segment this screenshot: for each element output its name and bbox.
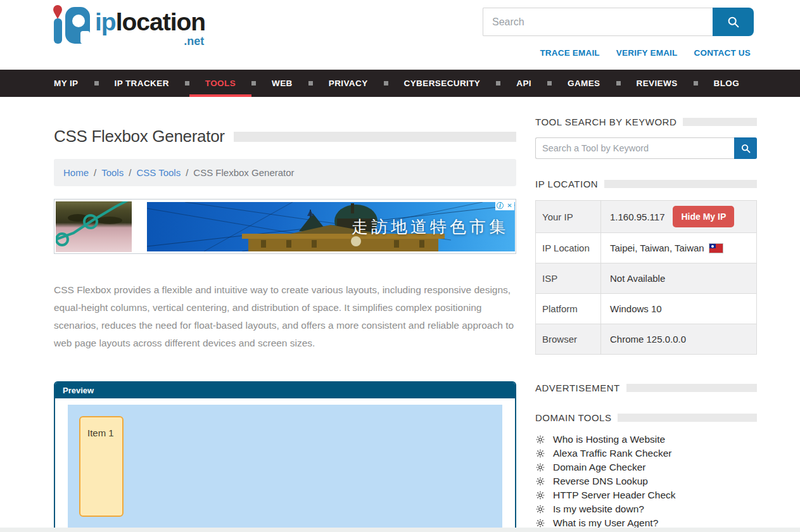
list-item[interactable]: Domain Age Checker xyxy=(535,460,757,474)
preview-panel-body: Item 1 xyxy=(55,398,515,532)
nav-item-cybersecurity[interactable]: CYBERSECURITY xyxy=(388,70,497,97)
row-label: ISP xyxy=(536,263,601,294)
table-row: Platform Windows 10 xyxy=(536,294,757,324)
nav-item-privacy[interactable]: PRIVACY xyxy=(313,70,384,97)
header-links: TRACE EMAIL VERIFY EMAIL CONTACT US xyxy=(540,48,751,58)
tool-search-heading: TOOL SEARCH BY KEYWORD xyxy=(535,117,676,127)
tool-description: CSS Flexbox provides a flexible and intu… xyxy=(54,281,516,352)
nav-item-tools[interactable]: TOOLS xyxy=(189,70,251,97)
breadcrumb-tools[interactable]: Tools xyxy=(101,167,124,178)
row-label: Browser xyxy=(536,324,601,355)
gear-icon xyxy=(535,434,545,445)
table-row: Your IP 1.160.95.117 Hide My IP xyxy=(536,201,757,233)
platform-value: Windows 10 xyxy=(601,294,757,324)
domain-tools-heading-row: DOMAIN TOOLS xyxy=(535,412,757,423)
preview-panel: Preview Item 1 xyxy=(54,381,516,532)
header-search-input[interactable] xyxy=(483,8,713,36)
table-row: IP Location Taipei, Taiwan, Taiwan xyxy=(536,233,757,263)
advertisement-heading: ADVERTISEMENT xyxy=(535,383,620,393)
tool-search-button[interactable] xyxy=(734,137,757,159)
page-title: CSS Flexbox Generator xyxy=(54,127,225,146)
breadcrumb-separator: / xyxy=(129,167,131,178)
ip-location-heading-row: IP LOCATION xyxy=(535,179,757,189)
list-item[interactable]: Alexa Traffic Rank Checker xyxy=(535,446,757,460)
heading-decorative-bar xyxy=(604,180,757,188)
ad-banner[interactable]: 走訪地道特色市集 i ✕ xyxy=(54,199,516,254)
flex-preview-item-1[interactable]: Item 1 xyxy=(79,416,124,517)
ip-location-value: Taipei, Taiwan, Taiwan xyxy=(610,243,704,253)
nav-separator xyxy=(547,81,552,86)
flex-preview-container: Item 1 xyxy=(68,405,502,529)
advertisement-heading-row: ADVERTISEMENT xyxy=(535,383,757,393)
preview-panel-header: Preview xyxy=(55,383,515,398)
ip-location-table: Your IP 1.160.95.117 Hide My IP IP Locat… xyxy=(535,200,757,355)
your-ip-value: 1.160.95.117 xyxy=(610,212,664,222)
breadcrumb-home[interactable]: Home xyxy=(63,167,89,178)
tool-link[interactable]: Is my website down? xyxy=(553,504,644,515)
heading-decorative-bar xyxy=(683,118,757,126)
nav-separator xyxy=(694,81,698,86)
header-search xyxy=(483,8,754,36)
tool-link[interactable]: Reverse DNS Lookup xyxy=(553,476,648,487)
tool-search-heading-row: TOOL SEARCH BY KEYWORD xyxy=(535,117,757,127)
logo-wordmark: iplocation .net xyxy=(95,10,205,47)
row-label: Platform xyxy=(536,294,601,324)
nav-item-my-ip[interactable]: MY IP xyxy=(54,70,94,97)
browser-value: Chrome 125.0.0.0 xyxy=(601,324,757,355)
tool-link[interactable]: Alexa Traffic Rank Checker xyxy=(553,448,672,459)
nav-item-games[interactable]: GAMES xyxy=(552,70,616,97)
list-item[interactable]: Who is Hosting a Website xyxy=(535,433,757,446)
gear-icon xyxy=(535,490,545,500)
tool-search-form xyxy=(535,137,757,159)
main-nav: MY IP IP TRACKER TOOLS WEB PRIVACY CYBER… xyxy=(0,70,800,97)
search-icon xyxy=(727,15,740,29)
isp-value: Not Available xyxy=(601,263,757,294)
title-decorative-bar xyxy=(234,132,516,142)
content: CSS Flexbox Generator Home/Tools/CSS Too… xyxy=(0,97,800,532)
nav-item-reviews[interactable]: REVIEWS xyxy=(621,70,694,97)
tool-link[interactable]: HTTP Server Header Check xyxy=(553,490,676,501)
tool-link[interactable]: Who is Hosting a Website xyxy=(553,434,665,445)
header-search-button[interactable] xyxy=(713,8,754,36)
gear-icon xyxy=(535,504,545,514)
adchoices: i ✕ xyxy=(495,201,514,210)
contact-us-link[interactable]: CONTACT US xyxy=(694,48,751,58)
logo-text-ip: ip xyxy=(95,8,116,35)
list-item[interactable]: Reverse DNS Lookup xyxy=(535,474,757,488)
nav-separator xyxy=(94,81,99,86)
table-row: Browser Chrome 125.0.0.0 xyxy=(536,324,757,355)
tool-link[interactable]: Domain Age Checker xyxy=(553,462,645,473)
nav-item-api[interactable]: API xyxy=(500,70,547,97)
trace-email-link[interactable]: TRACE EMAIL xyxy=(540,48,599,58)
breadcrumb-css-tools[interactable]: CSS Tools xyxy=(136,167,181,178)
adchoices-info-icon[interactable]: i xyxy=(495,201,505,210)
tool-search-input[interactable] xyxy=(535,137,734,159)
list-item[interactable]: Is my website down? xyxy=(535,502,757,516)
row-label: Your IP xyxy=(536,201,601,233)
table-row: ISP Not Available xyxy=(536,263,757,294)
ad-image-building: 走訪地道特色市集 xyxy=(147,202,515,251)
nav-separator xyxy=(384,81,388,86)
verify-email-link[interactable]: VERIFY EMAIL xyxy=(616,48,678,58)
nav-item-blog[interactable]: BLOG xyxy=(698,70,756,97)
domain-tools-list: Who is Hosting a Website Alexa Traffic R… xyxy=(535,433,757,530)
list-item[interactable]: HTTP Server Header Check xyxy=(535,488,757,502)
gear-icon xyxy=(535,476,545,486)
gear-icon xyxy=(535,448,545,459)
nav-separator xyxy=(496,81,500,86)
logo-text-location: location xyxy=(116,8,206,35)
hide-my-ip-button[interactable]: Hide My IP xyxy=(673,206,734,227)
search-icon xyxy=(740,143,751,154)
main-column: CSS Flexbox Generator Home/Tools/CSS Too… xyxy=(54,127,516,532)
adchoices-close-icon[interactable]: ✕ xyxy=(505,201,514,210)
domain-tools-heading: DOMAIN TOOLS xyxy=(535,412,611,423)
title-row: CSS Flexbox Generator xyxy=(54,127,516,146)
site-logo[interactable]: iplocation .net xyxy=(49,3,205,47)
nav-separator xyxy=(616,81,621,86)
page: iplocation .net TRACE EMAIL VERIFY EMAIL… xyxy=(0,0,800,532)
nav-item-web[interactable]: WEB xyxy=(256,70,308,97)
breadcrumb-separator: / xyxy=(94,167,96,178)
nav-item-ip-tracker[interactable]: IP TRACKER xyxy=(99,70,185,97)
heading-decorative-bar xyxy=(618,414,757,422)
logo-text-net: .net xyxy=(95,35,205,47)
